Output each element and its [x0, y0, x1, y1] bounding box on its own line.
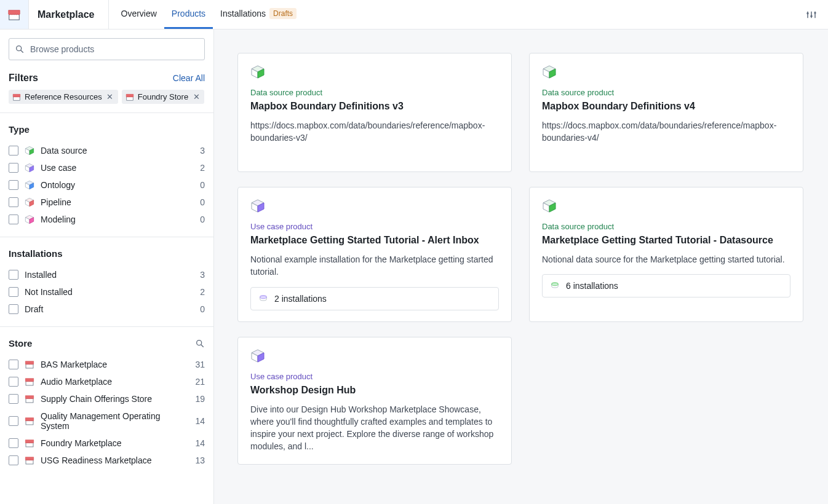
product-category: Data source product — [542, 222, 790, 231]
facet-count: 0 — [200, 180, 205, 190]
search-icon — [15, 44, 25, 54]
filter-chip[interactable]: Foundry Store ✕ — [122, 90, 204, 104]
store-icon — [25, 360, 34, 369]
type-icon — [25, 215, 34, 224]
product-title: Marketplace Getting Started Tutorial - D… — [542, 235, 790, 246]
tab-installations-label: Installations — [220, 9, 266, 18]
facet-label: Data source — [41, 146, 194, 156]
filter-chip[interactable]: Reference Resources ✕ — [9, 90, 118, 104]
chip-remove-icon[interactable]: ✕ — [106, 92, 114, 101]
store-search-icon[interactable] — [195, 339, 205, 348]
facet-label: Modeling — [41, 215, 194, 224]
tab-installations[interactable]: Installations Drafts — [213, 0, 304, 29]
product-description: Dive into our Design Hub Workshop Market… — [250, 403, 499, 453]
facet-checkbox[interactable] — [9, 455, 18, 465]
store-icon — [25, 416, 34, 426]
store-icon — [25, 377, 34, 387]
clear-all-link[interactable]: Clear All — [173, 73, 205, 83]
facet-checkbox[interactable] — [9, 146, 18, 156]
product-type-icon — [250, 348, 265, 363]
facet-label: Quality Management Operating System — [41, 411, 189, 431]
installations-pill[interactable]: 2 installations — [250, 287, 499, 310]
facet-checkbox[interactable] — [9, 180, 18, 190]
installations-count: 6 installations — [566, 281, 618, 291]
store-icon — [25, 455, 34, 465]
type-icon — [25, 197, 34, 207]
product-card[interactable]: Data source product Mapbox Boundary Defi… — [237, 53, 512, 172]
facet-label: Pipeline — [41, 197, 194, 207]
product-title: Mapbox Boundary Definitions v3 — [250, 101, 499, 112]
facet-checkbox[interactable] — [9, 304, 18, 314]
facet-count: 13 — [195, 455, 205, 465]
facet-count: 14 — [195, 438, 205, 448]
store-icon — [12, 93, 21, 101]
facet-checkbox[interactable] — [9, 377, 18, 387]
facet-label: Draft — [25, 304, 194, 314]
product-title: Mapbox Boundary Definitions v4 — [542, 101, 790, 112]
app-title: Marketplace — [29, 0, 109, 29]
facet-checkbox[interactable] — [9, 416, 18, 426]
chip-label: Foundry Store — [138, 92, 188, 101]
product-type-icon — [542, 65, 557, 79]
product-card[interactable]: Data source product Mapbox Boundary Defi… — [529, 53, 803, 172]
product-description: Notional data source for the Marketplace… — [542, 253, 790, 266]
product-card[interactable]: Data source product Marketplace Getting … — [529, 187, 803, 322]
facet-checkbox[interactable] — [9, 215, 18, 224]
facet-store-title: Store — [9, 338, 32, 348]
chip-label: Reference Resources — [25, 92, 102, 101]
store-icon — [125, 93, 134, 101]
facet-checkbox[interactable] — [9, 270, 18, 280]
facet-count: 0 — [200, 197, 205, 207]
facet-label: Audio Marketplace — [41, 377, 189, 387]
product-type-icon — [250, 65, 265, 79]
installations-icon — [258, 294, 268, 304]
facet-label: Use case — [41, 163, 194, 173]
search-input[interactable] — [9, 38, 205, 60]
product-card[interactable]: Use case product Workshop Design Hub Div… — [237, 337, 512, 465]
product-category: Use case product — [250, 372, 499, 381]
installations-count: 2 installations — [274, 294, 327, 304]
facet-checkbox[interactable] — [9, 360, 18, 369]
facet-count: 31 — [195, 360, 205, 369]
installations-pill[interactable]: 6 installations — [542, 274, 790, 297]
type-icon — [25, 146, 34, 156]
facet-checkbox[interactable] — [9, 394, 18, 404]
facet-checkbox[interactable] — [9, 197, 18, 207]
facet-count: 19 — [195, 394, 205, 404]
product-card[interactable]: Use case product Marketplace Getting Sta… — [237, 187, 512, 322]
facet-label: Not Installed — [25, 287, 194, 297]
filters-heading: Filters — [9, 73, 38, 84]
product-type-icon — [542, 199, 557, 213]
type-icon — [25, 180, 34, 190]
product-category: Data source product — [542, 88, 790, 97]
facet-checkbox[interactable] — [9, 287, 18, 297]
facet-label: Installed — [25, 270, 194, 280]
facet-label: USG Readiness Marketplace — [41, 455, 189, 465]
product-description: Notional example installation for the Ma… — [250, 253, 499, 278]
tab-products[interactable]: Products — [164, 0, 213, 29]
facet-installations-title: Installations — [9, 248, 205, 259]
app-icon[interactable] — [0, 0, 29, 29]
product-category: Use case product — [250, 222, 499, 231]
tab-overview[interactable]: Overview — [114, 0, 164, 29]
product-description: https://docs.mapbox.com/data/boundaries/… — [542, 119, 790, 144]
facet-count: 3 — [200, 270, 205, 280]
store-icon — [25, 438, 34, 448]
facet-count: 0 — [200, 304, 205, 314]
facet-label: BAS Marketplace — [41, 360, 189, 369]
facet-label: Ontology — [41, 180, 194, 190]
facet-count: 2 — [200, 287, 205, 297]
facet-type-title: Type — [9, 124, 205, 135]
facet-count: 3 — [200, 146, 205, 156]
facet-label: Foundry Marketplace — [41, 438, 189, 448]
facet-checkbox[interactable] — [9, 163, 18, 173]
store-icon — [25, 394, 34, 404]
settings-icon[interactable] — [806, 9, 817, 20]
installations-icon — [550, 281, 560, 291]
chip-remove-icon[interactable]: ✕ — [192, 92, 201, 101]
facet-count: 2 — [200, 163, 205, 173]
facet-checkbox[interactable] — [9, 438, 18, 448]
drafts-badge: Drafts — [269, 8, 297, 19]
product-title: Marketplace Getting Started Tutorial - A… — [250, 235, 499, 246]
product-description: https://docs.mapbox.com/data/boundaries/… — [250, 119, 499, 144]
